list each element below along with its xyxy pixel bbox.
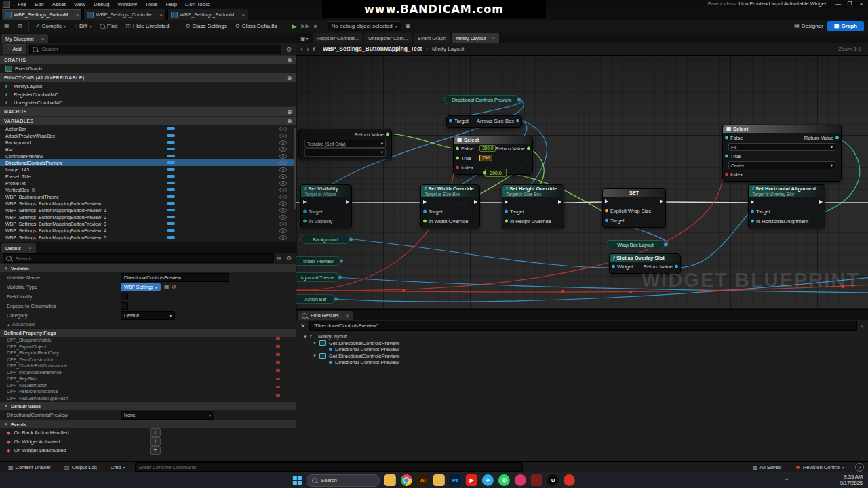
tray-chevron-icon[interactable]: ^ xyxy=(785,476,788,483)
menu-edit[interactable]: Edit xyxy=(31,1,48,7)
obj-pin[interactable] xyxy=(340,260,343,263)
visibility-eye-icon[interactable] xyxy=(279,174,287,179)
my-blueprint-tab[interactable]: My Blueprint× xyxy=(1,34,48,43)
bool-pin[interactable] xyxy=(456,166,459,169)
macros-section-header[interactable]: MACROS⊕ xyxy=(0,106,296,116)
action-bar-get-node[interactable]: Action Bar xyxy=(296,294,336,304)
enum-pin[interactable] xyxy=(725,155,728,158)
toolbar-options-icon[interactable]: ⋮ xyxy=(173,23,181,29)
visibility-eye-icon[interactable] xyxy=(279,228,287,233)
float-pin[interactable] xyxy=(386,133,389,136)
unreal-icon[interactable]: U xyxy=(547,474,559,486)
close-icon[interactable]: × xyxy=(346,312,349,319)
variables-scrollbar[interactable] xyxy=(294,128,296,209)
visibility-eye-icon[interactable] xyxy=(279,215,287,220)
obj-pin[interactable] xyxy=(338,276,342,279)
visibility-eye-icon[interactable] xyxy=(279,201,287,206)
graph-tab-unregister-com[interactable]: Unregister Com... xyxy=(364,33,412,43)
exec-pin[interactable] xyxy=(474,200,477,204)
visibility-eye-icon[interactable] xyxy=(279,208,287,213)
details-view-icon[interactable]: ⊞ xyxy=(277,256,281,262)
photoshop-icon[interactable]: Ps xyxy=(450,474,461,486)
advanced-label[interactable]: ▲ Advanced xyxy=(7,321,121,327)
container-type-icon[interactable]: ▦ xyxy=(164,284,170,290)
close-button[interactable]: × xyxy=(856,0,867,7)
enum-pin[interactable] xyxy=(835,136,839,140)
visibility-eye-icon[interactable] xyxy=(279,188,287,192)
illustrator-icon[interactable]: Ai xyxy=(417,474,429,486)
forward-icon[interactable]: › xyxy=(307,45,309,53)
visibility-eye-icon[interactable] xyxy=(279,161,287,165)
menu-debug[interactable]: Debug xyxy=(90,1,114,7)
find-result-row-4[interactable]: Directional Controls Preview xyxy=(303,359,868,366)
set-visibility-node[interactable]: fSet VisibilityTarget is WidgetTargetIn … xyxy=(300,184,352,228)
obj-pin[interactable] xyxy=(449,119,452,123)
float-pin[interactable] xyxy=(456,157,459,160)
revision-control-button[interactable]: Revision Control▾ xyxy=(792,462,848,472)
visibility-eye-icon[interactable] xyxy=(279,195,287,199)
variable-row-wbp-settings-buttonmappingbuttonpreview-2[interactable]: WBP_Settings_ButtonMappingButtonPreview_… xyxy=(0,214,296,220)
console-input[interactable] xyxy=(135,462,523,472)
obj-pin[interactable] xyxy=(423,210,427,214)
obj-pin[interactable] xyxy=(334,298,338,301)
bandicam-icon[interactable] xyxy=(564,474,575,486)
node-dropdown[interactable]: Fill▾ xyxy=(728,143,835,151)
back-icon[interactable]: ‹ xyxy=(300,45,302,53)
set-explicit-wrap-size-node[interactable]: SETExplicit Wrap SizeTarget xyxy=(602,188,666,228)
pink-app-icon[interactable] xyxy=(515,474,526,486)
telegram-icon[interactable]: ✈ xyxy=(482,474,494,486)
my-blueprint-search-input[interactable] xyxy=(41,45,278,53)
exec-pin[interactable] xyxy=(505,200,508,204)
file-explorer-icon[interactable] xyxy=(384,474,396,486)
enum-pin[interactable] xyxy=(725,136,728,140)
function-item-minifylayout[interactable]: fMinifyLayout xyxy=(0,82,296,90)
details-search[interactable] xyxy=(3,253,274,263)
variable-section-header[interactable]: ▼Variable xyxy=(0,264,296,272)
graph-item-eventgraph[interactable]: EventGraph xyxy=(0,64,296,73)
variable-row-attackpreviewwrapbox[interactable]: AttackPreviewWrapBox xyxy=(0,132,296,139)
float-pin[interactable] xyxy=(505,220,508,223)
minimize-button[interactable]: — xyxy=(833,0,844,7)
find-results-search-input[interactable] xyxy=(313,322,854,329)
node-dropdown[interactable]: Center▾ xyxy=(728,161,835,169)
get-arrows-size-box-node[interactable]: TargetArrows Size Box xyxy=(446,115,522,128)
float-pin[interactable] xyxy=(527,147,530,150)
browse-button[interactable]: ▨ xyxy=(14,21,27,31)
start-button[interactable] xyxy=(293,476,302,485)
variable-row-bg[interactable]: BG xyxy=(0,146,296,152)
expand-arrow-icon[interactable]: ▼ xyxy=(313,341,317,345)
exec-pin[interactable] xyxy=(423,200,427,204)
float-pin[interactable] xyxy=(423,220,427,223)
add-event-button[interactable]: + xyxy=(150,446,161,455)
find-result-row-0[interactable]: ▼fMinifyLayout xyxy=(303,333,868,340)
obj-pin[interactable] xyxy=(303,210,307,214)
obj-pin[interactable] xyxy=(751,210,754,214)
variable-row-wbp-settings-buttonmappingbuttonpreview-3[interactable]: WBP_Settings_ButtonMappingButtonPreview_… xyxy=(0,220,296,227)
graph-canvas[interactable]: Directional Controls PreviewTargetArrows… xyxy=(296,56,868,309)
frame-skip-button[interactable]: ▶▶ xyxy=(299,23,311,29)
compile-button[interactable]: ✓Compile▾ xyxy=(31,21,70,31)
play-button[interactable]: ▶ xyxy=(289,23,299,30)
function-item-registercombatmc[interactable]: fRegisterCombatMC xyxy=(0,90,296,98)
chrome-icon[interactable] xyxy=(401,474,412,486)
obj-pin[interactable] xyxy=(505,210,508,214)
node-dropdown[interactable]: Testable (Self Only)▾ xyxy=(304,140,386,148)
variable-name-input[interactable]: DirectionalControlsPreview xyxy=(121,273,229,282)
maximize-button[interactable]: ❐ xyxy=(844,0,855,7)
visibility-eye-icon[interactable] xyxy=(279,235,287,240)
details-tab[interactable]: Details× xyxy=(1,243,36,253)
visibility-eye-icon[interactable] xyxy=(279,140,287,145)
close-icon[interactable]: × xyxy=(28,245,32,251)
obj-pin[interactable] xyxy=(675,265,678,268)
obj-pin[interactable] xyxy=(349,238,353,241)
youtube-icon[interactable]: ▶ xyxy=(466,474,477,486)
expose-cinematics-checkbox[interactable] xyxy=(121,302,128,310)
breadcrumb-root[interactable]: WBP_Settings_ButtonMapping_Test xyxy=(323,45,422,52)
float-pin[interactable] xyxy=(483,171,486,175)
my-blueprint-search[interactable] xyxy=(29,45,281,54)
gear-icon[interactable]: ⚙ xyxy=(284,255,294,262)
close-icon[interactable]: × xyxy=(492,35,495,41)
class-settings-button[interactable]: ⚙Class Settings xyxy=(181,21,231,31)
category-dropdown[interactable]: Default▾ xyxy=(121,311,175,320)
breadcrumb-leaf[interactable]: Minify Layout xyxy=(432,46,464,52)
